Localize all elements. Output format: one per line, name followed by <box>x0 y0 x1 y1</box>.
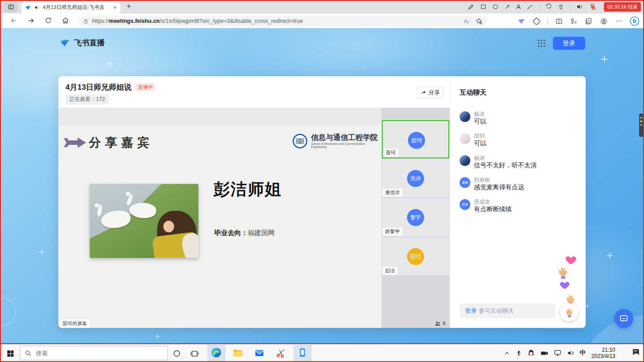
browser-tab[interactable]: 4月13日师兄师姐说-飞书直 × <box>22 1 120 13</box>
taskbar-clock[interactable]: 21:10 2023/4/13 <box>591 347 615 359</box>
photo-person <box>163 221 174 232</box>
tray-display-icon[interactable] <box>554 349 561 357</box>
share-button[interactable]: 分享 <box>417 87 444 98</box>
chat-sender: 房成龙 <box>474 198 490 206</box>
pencil-icon[interactable] <box>468 4 474 10</box>
start-button[interactable] <box>6 349 14 358</box>
tray-mic-icon[interactable] <box>516 349 522 357</box>
tray-chevron-up-icon[interactable] <box>504 350 510 357</box>
feishu-extension-icon[interactable] <box>518 18 526 25</box>
participant-tile[interactable]: 苗珂 苗珂 <box>382 120 449 158</box>
share-icon <box>421 90 427 96</box>
favorites-hub-icon[interactable] <box>570 17 578 25</box>
refresh-icon[interactable] <box>44 17 52 24</box>
sparkle-decoration <box>107 61 113 67</box>
undo-icon[interactable] <box>545 4 552 10</box>
bing-chat-icon[interactable]: b <box>630 16 640 26</box>
browser-tab-strip: 4月13日师兄师姐说-飞书直 × + A 02:33:16 结束 <box>0 0 644 13</box>
login-button[interactable]: 登录 <box>553 37 585 50</box>
chat-message: 成龙 房成龙 有点断断续续 <box>460 198 577 218</box>
participant-name-tag: 薛擎宇 <box>383 228 402 236</box>
participant-name-tag: 彭洁 <box>383 267 397 275</box>
feishu-live-brand[interactable]: 飞书直播 <box>60 38 105 48</box>
slide-arrow-decoration <box>68 136 86 149</box>
tray-qq-icon[interactable] <box>527 349 535 357</box>
guest-photo <box>90 184 198 258</box>
avatar: 浩洋 <box>407 170 424 187</box>
speaker-on-icon[interactable] <box>576 3 583 10</box>
chat-input-placeholder: 参与互动聊天 <box>479 307 514 315</box>
address-bar[interactable]: https://meetings.feishu.cn/s/1iv5iipwjpm… <box>79 16 487 26</box>
app-grid-icon[interactable] <box>537 39 546 48</box>
school-name-cn: 信息与通信工程学院 <box>311 133 381 141</box>
favorite-star-icon[interactable] <box>475 17 482 25</box>
taskbar-your-phone-app[interactable] <box>294 344 311 362</box>
divider <box>570 3 570 10</box>
chat-text: 可以 <box>474 140 486 148</box>
taskbar-mail-app[interactable] <box>250 344 268 362</box>
home-icon[interactable] <box>61 17 70 25</box>
new-tab-button[interactable]: + <box>127 2 131 11</box>
tray-camera-icon[interactable] <box>540 350 548 357</box>
customer-service-button[interactable] <box>614 309 633 328</box>
lock-icon[interactable] <box>83 18 88 24</box>
extension-icon[interactable] <box>533 17 540 25</box>
collections-icon[interactable] <box>585 17 592 25</box>
search-input[interactable] <box>36 350 144 357</box>
chat-title: 互动聊天 <box>460 88 486 97</box>
task-view-button[interactable] <box>190 349 199 358</box>
participant-tile[interactable]: 擎宇 薛擎宇 <box>382 198 449 236</box>
split-screen-icon[interactable] <box>555 17 563 25</box>
rectangle-tool-icon[interactable] <box>480 4 486 10</box>
chat-message: 胡玥 可以 <box>460 132 577 152</box>
reaction-button[interactable] <box>560 303 578 321</box>
trash-icon[interactable] <box>558 4 564 10</box>
school-name-en: School of Information and Communication … <box>311 142 381 148</box>
chat-login-link[interactable]: 登录 <box>465 307 477 315</box>
circle-decoration <box>0 297 16 326</box>
action-center-button[interactable] <box>631 347 640 356</box>
more-menu-icon[interactable]: ⋯ <box>615 17 622 25</box>
ellipse-tool-icon[interactable] <box>492 4 499 10</box>
clap-emoji <box>555 265 570 280</box>
chat-input[interactable]: 登录 参与互动聊天 <box>460 303 555 318</box>
participant-tile[interactable]: 浩洋 唐浩洋 <box>382 159 449 197</box>
arrow-tool-icon[interactable] <box>504 4 511 10</box>
participant-count[interactable]: 4 <box>434 320 446 327</box>
guest-name: 彭洁师姐 <box>214 179 282 201</box>
back-icon[interactable] <box>10 17 18 25</box>
text-tool-icon[interactable]: A <box>517 3 521 10</box>
tab-audio-icon[interactable] <box>34 4 40 10</box>
clock-time: 21:10 <box>591 347 615 353</box>
file-explorer-icon <box>232 348 243 358</box>
forward-icon[interactable] <box>27 17 35 25</box>
docked-widget[interactable] <box>639 113 644 137</box>
recording-timer-badge[interactable]: 02:33:16 结束 <box>604 2 641 12</box>
highlight-wand-icon[interactable] <box>526 4 533 10</box>
school-logo-block: 信息与通信工程学院 School of Information and Comm… <box>293 133 381 148</box>
taskbar-tray: 中 21:10 2023/4/13 <box>504 344 615 362</box>
mail-icon <box>254 348 265 358</box>
taskbar-snipping-tool-app[interactable] <box>272 344 290 362</box>
profile-avatar-icon[interactable] <box>600 17 608 26</box>
ime-indicator[interactable]: 中 <box>580 349 586 357</box>
chat-message: 春银 刘春银 感觉麦离得有点远 <box>460 176 577 196</box>
mic-muted-icon[interactable] <box>589 3 596 10</box>
taskbar-file-explorer-app[interactable] <box>229 344 247 362</box>
taskbar-edge-app[interactable] <box>207 344 225 362</box>
participant-strip: 苗珂 苗珂 浩洋 唐浩洋 擎宇 薛擎宇 彭洁 彭洁 4 <box>381 108 450 328</box>
shared-screen-slide: 分享嘉宾 信息与通信工程学院 School of Information and… <box>58 108 381 328</box>
chat-sender: 刘春银 <box>474 176 490 184</box>
address-bar-actions: A) <box>464 17 482 25</box>
cortana-button[interactable] <box>173 349 181 358</box>
tab-close-button[interactable]: × <box>113 4 117 11</box>
tab-actions-menu-button[interactable] <box>4 2 18 12</box>
feishu-favicon <box>25 5 31 10</box>
avatar: 成龙 <box>460 199 470 210</box>
widget-stripe <box>640 117 642 118</box>
read-aloud-icon[interactable]: A) <box>464 18 469 25</box>
tray-speaker-icon[interactable] <box>567 349 574 357</box>
taskbar-search-box[interactable] <box>20 346 168 360</box>
participant-tile[interactable]: 彭洁 彭洁 <box>382 237 449 275</box>
avatar <box>460 133 470 144</box>
